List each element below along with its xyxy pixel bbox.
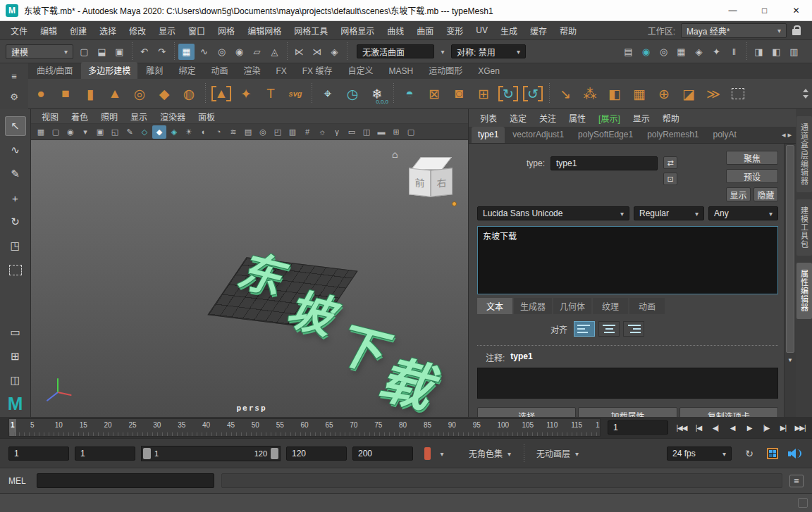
node-tab[interactable]: polySoftEdge1 xyxy=(572,127,639,143)
viewport-menu-item[interactable]: 显示 xyxy=(124,108,154,125)
hide-button[interactable]: 隐藏 xyxy=(753,187,778,201)
step-forward-key-button[interactable]: |▶ xyxy=(758,420,774,435)
current-frame-field[interactable]: 1 xyxy=(608,420,668,435)
remesh-icon[interactable]: ▦ xyxy=(628,82,651,106)
attribute-editor-menu[interactable]: 关注 xyxy=(534,109,562,127)
construction-history-icon[interactable]: ◈ xyxy=(326,44,343,60)
attribute-editor-menu[interactable]: 选定 xyxy=(504,109,532,127)
viewport-menu-item[interactable]: 视图 xyxy=(35,108,65,125)
poly-cone-icon[interactable]: ▲ xyxy=(104,82,126,106)
platonic-solid-icon[interactable]: ✦ xyxy=(235,82,257,106)
menu-item[interactable]: 曲面 xyxy=(410,21,440,40)
resolution-gate-icon[interactable]: ◫ xyxy=(359,125,374,139)
align-center-button[interactable] xyxy=(598,321,620,337)
menu-item[interactable]: 生成 xyxy=(494,21,524,40)
node-tab[interactable]: type1 xyxy=(472,127,505,143)
side-tab[interactable]: 通道盒/层编辑器 xyxy=(796,116,812,192)
shelf-scroll-down-icon[interactable] xyxy=(803,95,808,99)
menu-item[interactable]: 选择 xyxy=(93,21,123,40)
redo-icon[interactable]: ↷ xyxy=(154,44,170,60)
image-plane-icon[interactable]: ▣ xyxy=(93,125,107,139)
snap-to-projected-center-icon[interactable]: ◉ xyxy=(231,44,247,60)
snap-to-view-plane-icon[interactable]: ▱ xyxy=(249,44,265,60)
menu-item[interactable]: 变形 xyxy=(440,21,469,40)
menu-item[interactable]: 编辑网格 xyxy=(241,21,288,40)
active-surface-field[interactable]: 无激活曲面 xyxy=(357,44,434,58)
type-text-area[interactable]: 东坡下载 xyxy=(477,226,778,294)
menu-item[interactable]: UV xyxy=(469,22,494,39)
scroll-down-icon[interactable] xyxy=(785,355,796,365)
character-set-selector[interactable]: 无角色集 xyxy=(465,446,515,461)
node-tab[interactable]: polyRemesh1 xyxy=(641,127,705,143)
shelf-tab[interactable]: 绑定 xyxy=(171,62,202,79)
shelf-tab[interactable]: 雕刻 xyxy=(139,62,170,79)
tool-settings-toggle-icon[interactable]: ◧ xyxy=(768,44,785,60)
shelf-gear-icon[interactable]: ⚙ xyxy=(6,89,23,105)
home-icon[interactable]: ⌂ xyxy=(392,149,398,160)
shelf-scroll-up-icon[interactable] xyxy=(803,89,808,92)
svg-tool-icon[interactable]: svg xyxy=(284,82,307,106)
node-tab[interactable]: vectorAdjust1 xyxy=(506,127,570,143)
focus-button[interactable]: 聚焦 xyxy=(726,151,778,165)
viewport-menu-item[interactable]: 渲染器 xyxy=(154,108,192,125)
snap-to-grid-icon[interactable]: ▦ xyxy=(178,44,195,60)
flip-normals-icon[interactable]: ◪ xyxy=(677,82,700,106)
scrollbar-thumb[interactable] xyxy=(786,145,794,353)
layout-two-pane[interactable]: ◫ xyxy=(5,370,26,390)
rotate-tool[interactable]: ↻ xyxy=(5,212,26,232)
film-gate-icon[interactable]: ▭ xyxy=(345,125,359,139)
menu-item[interactable]: 缓存 xyxy=(524,21,553,40)
open-scene-icon[interactable]: ⬓ xyxy=(94,44,110,60)
surface-dropdown-button[interactable] xyxy=(437,44,448,58)
workspace-selector[interactable]: Maya 经典* xyxy=(681,23,787,38)
script-editor-icon[interactable] xyxy=(789,475,804,487)
poly-disc-icon[interactable]: ◍ xyxy=(178,82,200,106)
type-subtab[interactable]: 文本 xyxy=(477,298,512,314)
fps-selector[interactable]: 24 fps xyxy=(667,447,732,461)
align-right-button[interactable] xyxy=(623,321,644,337)
snap-to-point-icon[interactable]: ◎ xyxy=(214,44,230,60)
menu-item[interactable]: 网格显示 xyxy=(334,21,381,40)
poly-sphere-icon[interactable]: ● xyxy=(30,82,52,106)
pause-viewport-icon[interactable]: ‖ xyxy=(726,44,742,60)
field-chart-icon[interactable]: ⊞ xyxy=(389,125,403,139)
boolean-icon[interactable]: ◙ xyxy=(448,82,470,106)
view-cube[interactable]: ⌂ 前 右 xyxy=(392,147,457,215)
lock-camera-icon[interactable]: ▢ xyxy=(49,125,63,139)
smooth-mesh-icon[interactable]: ◓ xyxy=(398,82,421,106)
minimize-button[interactable]: — xyxy=(717,0,749,20)
make-live-icon[interactable]: ◬ xyxy=(266,44,283,60)
font-filter-select[interactable]: Any xyxy=(708,206,778,220)
last-tool[interactable] xyxy=(5,260,26,280)
gamma-icon[interactable]: γ xyxy=(330,125,344,139)
render-current-frame-icon[interactable]: ◉ xyxy=(638,44,654,60)
viewcube-front-face[interactable]: 前 xyxy=(409,168,431,196)
presets-button[interactable]: 预设 xyxy=(726,169,778,183)
shelf-tab[interactable]: XGen xyxy=(471,64,507,79)
instance-icon[interactable]: ◧ xyxy=(603,82,626,106)
shelf-tab[interactable]: 自定义 xyxy=(340,62,380,79)
shelf-menu-icon[interactable]: ≡ xyxy=(6,68,23,85)
animation-start-field[interactable]: 1 xyxy=(8,447,69,461)
render-settings-icon[interactable]: ▦ xyxy=(673,44,689,60)
side-tab[interactable]: 属性编辑器 xyxy=(796,263,812,319)
type-subtab[interactable]: 纹理 xyxy=(593,298,628,314)
viewport-menu-item[interactable]: 照明 xyxy=(94,108,124,125)
scatter-icon[interactable]: ⁂ xyxy=(579,82,601,106)
help-line-toggle-icon[interactable] xyxy=(798,498,808,508)
attribute-editor-menu[interactable]: 帮助 xyxy=(657,109,685,127)
range-end-handle[interactable] xyxy=(271,448,278,459)
hypershade-icon[interactable]: ◈ xyxy=(691,44,707,60)
viewport-menu-item[interactable]: 着色 xyxy=(65,108,94,125)
poly-cylinder-icon[interactable]: ▮ xyxy=(79,82,102,106)
shelf-tab[interactable]: 多边形建模 xyxy=(81,62,137,79)
construction-plane-icon[interactable]: ⌖ xyxy=(316,82,339,106)
range-start-handle[interactable] xyxy=(143,448,151,459)
lasso-select-tool[interactable]: ∿ xyxy=(5,140,26,160)
motion-blur-icon[interactable]: ≋ xyxy=(226,125,240,139)
type-tool-icon[interactable]: T xyxy=(259,82,282,106)
play-backwards-button[interactable]: ◀ xyxy=(725,420,740,435)
swap-input-icon[interactable]: ⇄ xyxy=(663,156,677,169)
sphere-project-icon[interactable]: ⊕ xyxy=(653,82,675,106)
multi-cut-icon[interactable]: ⊞ xyxy=(472,82,495,106)
